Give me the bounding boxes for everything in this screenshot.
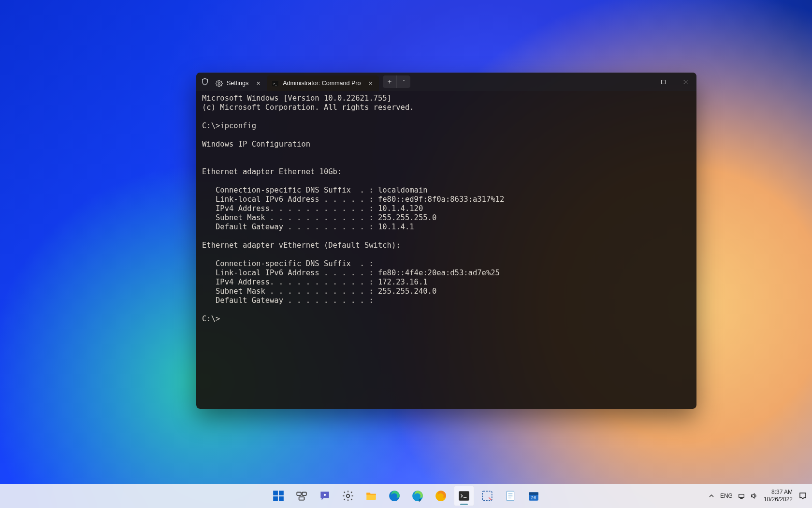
clock-date: 10/26/2022 bbox=[764, 496, 793, 503]
tab-label: Administrator: Command Pro bbox=[283, 80, 361, 87]
svg-point-0 bbox=[218, 82, 220, 84]
new-tab-button[interactable]: ＋ bbox=[383, 75, 396, 88]
edge-button[interactable] bbox=[384, 486, 405, 506]
tab-label: Settings bbox=[227, 80, 248, 87]
volume-icon[interactable] bbox=[750, 492, 758, 500]
svg-rect-11 bbox=[297, 492, 301, 495]
taskbar-center: β 26 bbox=[268, 486, 544, 506]
maximize-button[interactable] bbox=[652, 73, 674, 91]
tab-command-prompt[interactable]: >_ Administrator: Command Pro ✕ bbox=[267, 75, 379, 91]
new-tab-group: ＋ ˅ bbox=[383, 75, 410, 88]
close-tab-icon[interactable]: ✕ bbox=[254, 79, 262, 87]
svg-rect-7 bbox=[273, 491, 278, 495]
language-indicator[interactable]: ENG bbox=[720, 493, 733, 499]
close-tab-icon[interactable]: ✕ bbox=[366, 79, 374, 87]
svg-text:β: β bbox=[419, 498, 421, 502]
edge-icon bbox=[388, 490, 401, 502]
calendar-icon: 26 bbox=[527, 490, 540, 502]
svg-rect-12 bbox=[302, 492, 306, 495]
minimize-button[interactable] bbox=[630, 73, 652, 91]
taskbar-clock[interactable]: 8:37 AM 10/26/2022 bbox=[764, 489, 793, 503]
windows-logo-icon bbox=[272, 490, 285, 502]
svg-marker-31 bbox=[752, 493, 754, 498]
tray-chevron-icon[interactable] bbox=[708, 492, 715, 500]
edge-canary-icon bbox=[435, 490, 447, 502]
network-icon[interactable] bbox=[738, 492, 745, 500]
gear-icon bbox=[342, 490, 354, 502]
tab-settings[interactable]: Settings ✕ bbox=[211, 75, 267, 91]
terminal-icon bbox=[458, 490, 470, 502]
folder-icon bbox=[365, 490, 377, 502]
svg-point-14 bbox=[324, 494, 326, 496]
edge-beta-button[interactable]: β bbox=[407, 486, 428, 506]
taskbar: β 26 bbox=[0, 484, 812, 508]
terminal-button[interactable] bbox=[454, 486, 474, 506]
svg-rect-9 bbox=[273, 496, 278, 501]
window-controls bbox=[630, 73, 696, 91]
svg-rect-8 bbox=[279, 491, 284, 495]
edge-canary-button[interactable] bbox=[431, 486, 451, 506]
window-titlebar[interactable]: Settings ✕ >_ Administrator: Command Pro… bbox=[196, 73, 696, 91]
snipping-icon bbox=[481, 490, 493, 502]
svg-point-15 bbox=[347, 494, 350, 498]
clock-time: 8:37 AM bbox=[764, 489, 793, 496]
settings-button[interactable] bbox=[338, 486, 358, 506]
svg-rect-29 bbox=[739, 494, 744, 498]
file-explorer-button[interactable] bbox=[361, 486, 381, 506]
task-view-icon bbox=[295, 490, 308, 502]
terminal-window: Settings ✕ >_ Administrator: Command Pro… bbox=[196, 73, 696, 409]
shield-icon bbox=[201, 78, 209, 86]
svg-rect-4 bbox=[661, 80, 665, 84]
gear-icon bbox=[216, 80, 223, 87]
svg-text:>_: >_ bbox=[273, 82, 277, 86]
svg-rect-13 bbox=[299, 497, 304, 500]
tab-strip: Settings ✕ >_ Administrator: Command Pro… bbox=[211, 73, 379, 91]
notifications-icon[interactable] bbox=[798, 492, 807, 500]
task-view-button[interactable] bbox=[291, 486, 312, 506]
edge-beta-icon: β bbox=[411, 490, 424, 502]
close-button[interactable] bbox=[674, 73, 696, 91]
start-button[interactable] bbox=[268, 486, 289, 506]
svg-rect-20 bbox=[459, 491, 469, 501]
chat-icon bbox=[319, 490, 331, 502]
taskbar-system-tray: ENG 8:37 AM 10/26/2022 bbox=[708, 489, 812, 503]
cmd-icon: >_ bbox=[272, 80, 279, 87]
svg-text:26: 26 bbox=[531, 495, 536, 500]
terminal-output[interactable]: Microsoft Windows [Version 10.0.22621.75… bbox=[196, 91, 696, 409]
chat-button[interactable] bbox=[315, 486, 335, 506]
calendar-button[interactable]: 26 bbox=[523, 486, 544, 506]
svg-rect-10 bbox=[279, 496, 284, 501]
notepad-button[interactable] bbox=[500, 486, 521, 506]
snipping-tool-button[interactable] bbox=[477, 486, 497, 506]
notepad-icon bbox=[504, 490, 517, 502]
new-tab-dropdown[interactable]: ˅ bbox=[396, 75, 410, 88]
